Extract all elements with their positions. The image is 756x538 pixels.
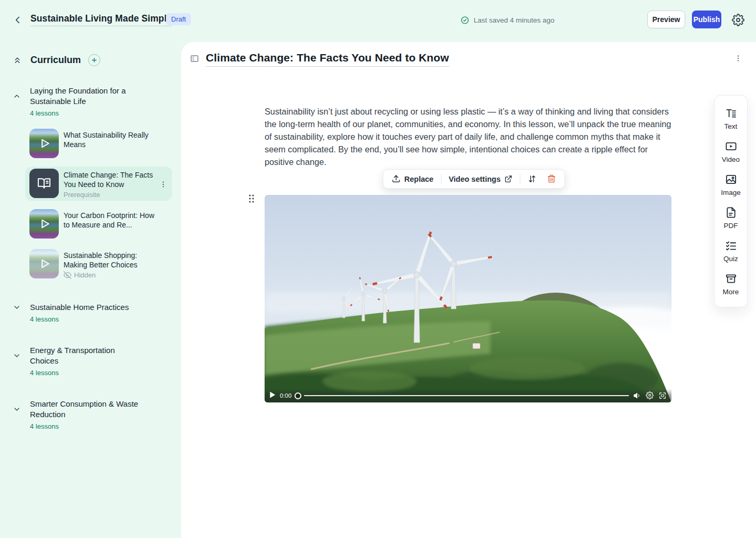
lesson-item-hidden[interactable]: Sustainable Shopping: Making Better Choi…: [25, 247, 172, 281]
collapse-all-button[interactable]: [13, 55, 22, 65]
lesson-list: What Sustainability Really Means Climate…: [25, 127, 172, 281]
text-icon: [725, 107, 737, 119]
chevron-down-icon[interactable]: [13, 405, 21, 413]
course-title[interactable]: Sustainable Living Made Simple: [30, 13, 172, 26]
lesson-item[interactable]: Your Carbon Footprint: How to Measure an…: [25, 207, 172, 241]
image-icon: [725, 173, 737, 185]
block-palette: Text Video Image PDF Quiz: [714, 95, 748, 307]
external-link-icon: [504, 175, 512, 183]
video-time-label: 0:00: [280, 392, 291, 399]
add-section-button[interactable]: [88, 54, 100, 66]
trash-icon: [547, 174, 556, 183]
video-player[interactable]: 0:00: [265, 195, 671, 402]
palette-label: Quiz: [723, 255, 738, 263]
video-thumbnail: [29, 129, 59, 158]
play-icon: [29, 129, 59, 158]
video-progress-handle[interactable]: [295, 392, 301, 399]
section-title[interactable]: Smarter Consumption & Waste Reduction: [30, 399, 143, 420]
palette-label: PDF: [724, 222, 738, 230]
curriculum-title: Curriculum: [30, 55, 81, 66]
section-lesson-count: 4 lessons: [30, 315, 181, 323]
volume-icon[interactable]: [633, 391, 642, 400]
lesson-text-block[interactable]: Sustainability isn’t just about recyclin…: [265, 105, 672, 168]
book-open-icon: [37, 176, 51, 191]
section-lesson-count: 4 lessons: [30, 422, 181, 430]
reorder-block-button[interactable]: [522, 171, 542, 187]
palette-item-pdf[interactable]: PDF: [715, 202, 747, 235]
reading-lesson-tile: [29, 169, 59, 198]
pdf-icon: [725, 206, 737, 219]
toolbar-divider: [441, 174, 442, 184]
replace-button[interactable]: Replace: [386, 171, 439, 187]
video-block-toolbar: Replace Video settings: [383, 169, 565, 189]
toolbar-divider: [520, 174, 520, 184]
last-saved-status: Last saved 4 minutes ago: [460, 16, 554, 25]
lesson-item-selected[interactable]: Climate Change: The Facts You Need to Kn…: [25, 167, 172, 201]
palette-item-image[interactable]: Image: [715, 169, 747, 202]
last-saved-text: Last saved 4 minutes ago: [474, 16, 554, 24]
curriculum-section: Energy & Transportation Choices 4 lesson…: [0, 345, 181, 377]
gear-icon: [732, 14, 744, 26]
quiz-icon: [725, 240, 737, 252]
palette-item-quiz[interactable]: Quiz: [715, 235, 747, 268]
chevron-left-icon: [13, 15, 23, 25]
sort-arrows-icon: [528, 174, 537, 183]
palette-label: Image: [721, 189, 741, 196]
delete-block-button[interactable]: [542, 171, 561, 187]
section-lesson-count: 4 lessons: [30, 369, 181, 377]
section-title[interactable]: Energy & Transportation Choices: [30, 345, 143, 366]
video-frame-wind-turbines: [265, 195, 671, 402]
replace-label: Replace: [404, 175, 434, 183]
drag-handle-icon[interactable]: [248, 193, 255, 204]
video-icon: [725, 140, 737, 152]
section-lesson-count: 4 lessons: [30, 109, 181, 117]
video-settings-gear-icon[interactable]: [646, 391, 654, 400]
palette-label: Text: [724, 122, 738, 130]
lesson-options-button[interactable]: [734, 54, 742, 63]
settings-button[interactable]: [732, 14, 744, 26]
lesson-menu-button[interactable]: [159, 180, 167, 189]
status-badge: Draft: [166, 13, 191, 25]
lesson-badge: Prerequisite: [64, 191, 157, 199]
chevron-down-icon[interactable]: [13, 351, 21, 360]
curriculum-section: Laying the Foundation for a Sustainable …: [0, 86, 181, 281]
back-button[interactable]: [12, 14, 24, 26]
plus-icon: [91, 57, 98, 64]
lesson-editor-panel: Climate Change: The Facts You Need to Kn…: [181, 42, 756, 538]
section-title[interactable]: Sustainable Home Practices: [30, 302, 143, 313]
palette-item-video[interactable]: Video: [715, 136, 747, 169]
video-settings-label: Video settings: [449, 175, 501, 183]
eye-off-icon: [64, 271, 71, 279]
lesson-title: Climate Change: The Facts You Need to Kn…: [64, 170, 157, 189]
panel-toggle-button[interactable]: [190, 54, 199, 63]
curriculum-section: Smarter Consumption & Waste Reduction 4 …: [0, 399, 181, 430]
video-thumbnail: [29, 209, 59, 239]
play-icon: [29, 209, 59, 239]
video-play-button[interactable]: [269, 391, 276, 400]
video-thumbnail: [29, 249, 59, 278]
chevron-up-icon[interactable]: [13, 92, 21, 100]
lesson-title: What Sustainability Really Means: [64, 130, 157, 149]
fullscreen-icon[interactable]: [658, 391, 667, 400]
lesson-title: Your Carbon Footprint: How to Measure an…: [64, 211, 157, 230]
section-title[interactable]: Laying the Foundation for a Sustainable …: [30, 86, 143, 107]
video-controls-bar: 0:00: [265, 389, 671, 402]
video-settings-button[interactable]: Video settings: [444, 172, 518, 187]
palette-item-text[interactable]: Text: [715, 102, 747, 136]
curriculum-section: Sustainable Home Practices 4 lessons: [0, 302, 181, 323]
lesson-page-title[interactable]: Climate Change: The Facts You Need to Kn…: [206, 51, 449, 67]
preview-button[interactable]: Preview: [647, 11, 685, 28]
chevron-down-icon[interactable]: [13, 303, 21, 312]
lesson-item[interactable]: What Sustainability Really Means: [25, 127, 172, 160]
topbar: Sustainable Living Made Simple Draft Las…: [0, 0, 756, 42]
more-archive-icon: [725, 273, 737, 285]
palette-item-more[interactable]: More: [715, 268, 747, 301]
curriculum-header: Curriculum: [0, 53, 181, 67]
check-circle-icon: [460, 16, 469, 25]
palette-label: Video: [722, 156, 740, 163]
upload-icon: [392, 174, 401, 183]
publish-button[interactable]: Publish: [692, 11, 721, 28]
palette-label: More: [723, 288, 739, 296]
play-icon: [29, 249, 59, 278]
video-progress-track[interactable]: [304, 395, 629, 396]
